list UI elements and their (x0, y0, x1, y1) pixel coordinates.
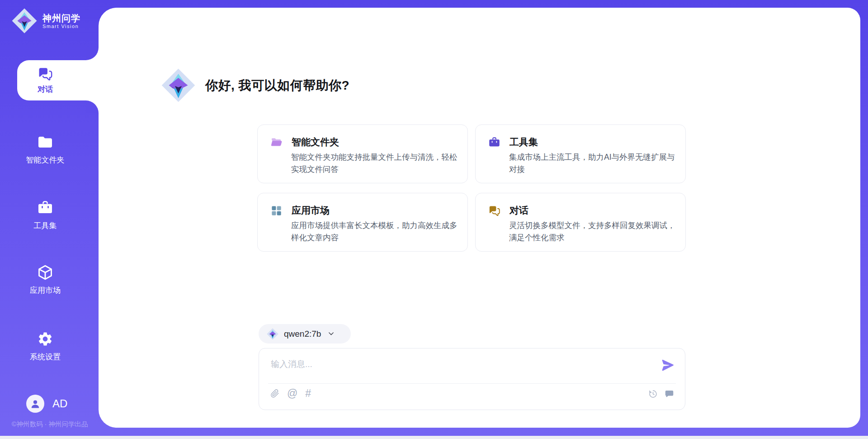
sidebar-item-label: 系统设置 (9, 352, 81, 362)
mention-button[interactable]: @ (287, 388, 297, 399)
sidebar-item-settings[interactable]: 系统设置 (9, 331, 81, 362)
horizontal-scrollbar[interactable] (0, 436, 868, 439)
card-title: 对话 (509, 204, 528, 217)
brand-name: 神州问学 (42, 13, 80, 24)
sidebar-item-toolset[interactable]: 工具集 (9, 200, 81, 231)
message-composer: @ # (259, 348, 685, 410)
diamond-logo-icon (267, 328, 278, 340)
sidebar-item-label: 应用市场 (9, 285, 81, 296)
card-title: 应用市场 (292, 204, 330, 217)
sidebar-item-smart-folder[interactable]: 智能文件夹 (9, 134, 81, 165)
feature-card-toolset[interactable]: 工具集 集成市场上主流工具，助力AI与外界无缝扩展与对接 (475, 124, 686, 183)
diamond-logo-icon (12, 8, 37, 33)
sidebar-item-label: 对话 (38, 84, 53, 95)
gear-icon (36, 331, 54, 347)
briefcase-icon (488, 136, 500, 148)
folder-open-icon (270, 136, 283, 148)
panel-content: 智能文件夹 智能文件夹功能支持批量文件上传与清洗，轻松实现文件问答 工具集 集成… (99, 8, 860, 428)
hash-button[interactable]: # (305, 388, 311, 399)
active-tab-curve-bottom (86, 100, 99, 113)
app-market-icon (270, 205, 283, 217)
cube-icon (36, 264, 54, 281)
avatar (26, 395, 44, 413)
brand-subtitle: Smart Vision (42, 24, 80, 29)
history-button[interactable] (648, 389, 658, 399)
card-title: 工具集 (509, 136, 538, 148)
card-description: 智能文件夹功能支持批量文件上传与清洗，轻松实现文件问答 (291, 151, 459, 176)
chevron-down-icon (327, 330, 335, 338)
card-description: 应用市场提供丰富长文本模板，助力高效生成多样化文章内容 (291, 220, 459, 244)
chat-bubble-icon (665, 389, 674, 399)
sidebar-item-app-market[interactable]: 应用市场 (9, 264, 81, 296)
conversation-button[interactable] (665, 389, 674, 399)
user-name: AD (52, 397, 67, 410)
briefcase-icon (36, 200, 54, 216)
send-icon (661, 359, 675, 373)
attachment-button[interactable] (270, 389, 279, 398)
model-selector[interactable]: qwen2:7b (259, 324, 351, 344)
card-description: 集成市场上主流工具，助力AI与外界无缝扩展与对接 (509, 151, 677, 176)
sidebar-item-chat[interactable]: 对话 (17, 60, 104, 100)
feature-card-smart-folder[interactable]: 智能文件夹 智能文件夹功能支持批量文件上传与清洗，轻松实现文件问答 (257, 124, 468, 183)
attachment-icon (270, 389, 279, 398)
card-description: 灵活切换多模型文件，支持多样回复效果调试，满足个性化需求 (509, 220, 677, 244)
copyright-text: ©神州数码 · 神州问学出品 (5, 420, 95, 429)
app-window: 对话 神州问学 Smart Vision 智能文件夹 工具集 应用市场 系统设置… (0, 0, 868, 439)
card-title: 智能文件夹 (292, 136, 339, 148)
chat-bubbles-icon (36, 66, 54, 81)
person-icon (30, 398, 41, 409)
send-button[interactable] (661, 359, 675, 373)
feature-card-chat[interactable]: 对话 灵活切换多模型文件，支持多样回复效果调试，满足个性化需求 (475, 193, 686, 252)
feature-card-app-market[interactable]: 应用市场 应用市场提供丰富长文本模板，助力高效生成多样化文章内容 (257, 193, 468, 252)
message-input[interactable] (270, 355, 642, 374)
sidebar-item-label: 智能文件夹 (9, 155, 81, 165)
folder-icon (36, 134, 54, 150)
brand-logo: 神州问学 Smart Vision (12, 8, 80, 33)
model-name: qwen2:7b (284, 329, 321, 339)
sidebar-item-label: 工具集 (9, 220, 81, 231)
history-icon (648, 389, 658, 399)
composer-divider (268, 383, 676, 384)
chat-bubbles-icon (488, 205, 500, 217)
user-profile[interactable]: AD (26, 395, 67, 413)
active-tab-curve-top (86, 48, 99, 60)
